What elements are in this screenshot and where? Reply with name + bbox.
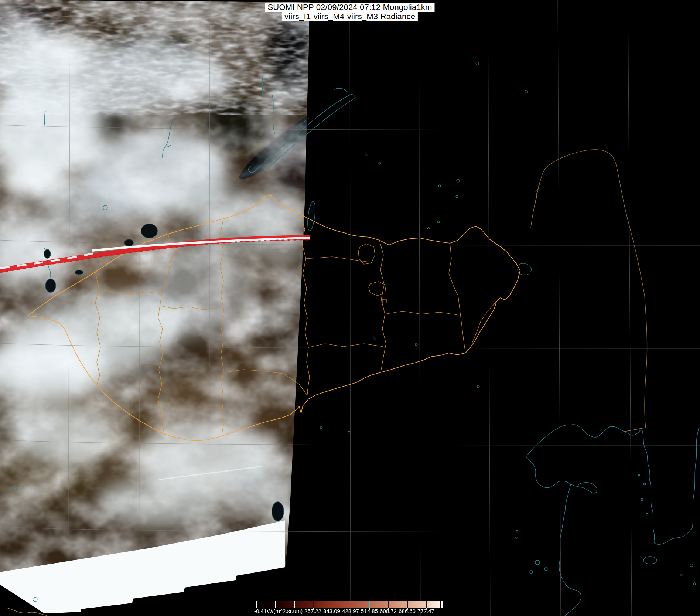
image-subtitle: viirs_I1-viirs_M4-viirs_M3 Radiance [282,12,418,21]
colorbar-value-label: 257.22 [304,608,321,614]
image-title-text: SUOMI NPP 02/09/2024 07:12 Mongolia1km [267,3,432,12]
colorbar-tick [275,601,276,608]
colorbar-labels: -0.41W/(m^2.sr.um) 257.22 343.09 428.97 … [0,608,700,614]
colorbar-tick [426,601,427,608]
colorbar-value-label: 428.97 [342,608,359,614]
satellite-image-viewport[interactable]: SUOMI NPP 02/09/2024 07:12 Mongolia1km v… [0,0,700,616]
colorbar-value-label: 600.72 [380,608,397,614]
colorbar-tick [388,601,389,608]
colorbar-tick [294,601,295,608]
colorbar-tick-cyan [369,601,370,608]
colorbar-gradient [255,601,443,608]
colorbar-tick [256,601,257,608]
satellite-swath [0,0,339,616]
map-canvas [0,0,700,616]
colorbar-value-label: 772.47 [417,608,434,614]
colorbar-unit-label: -0.41W/(m^2.sr.um) [254,608,303,614]
image-title: SUOMI NPP 02/09/2024 07:12 Mongolia1km [265,3,434,12]
colorbar-value-label: 686.60 [399,608,416,614]
cloud-ripple-texture [0,0,318,115]
colorbar-value-label: 343.09 [323,608,340,614]
colorbar-tick [351,601,351,608]
colorbar-end-cap [441,601,443,608]
colorbar-tick-cyan [332,601,332,608]
colorbar-value-label: 514.85 [361,608,378,614]
colorbar-tick [313,601,314,608]
colorbar-tick [407,601,408,608]
image-subtitle-text: viirs_I1-viirs_M4-viirs_M3 Radiance [284,12,415,21]
